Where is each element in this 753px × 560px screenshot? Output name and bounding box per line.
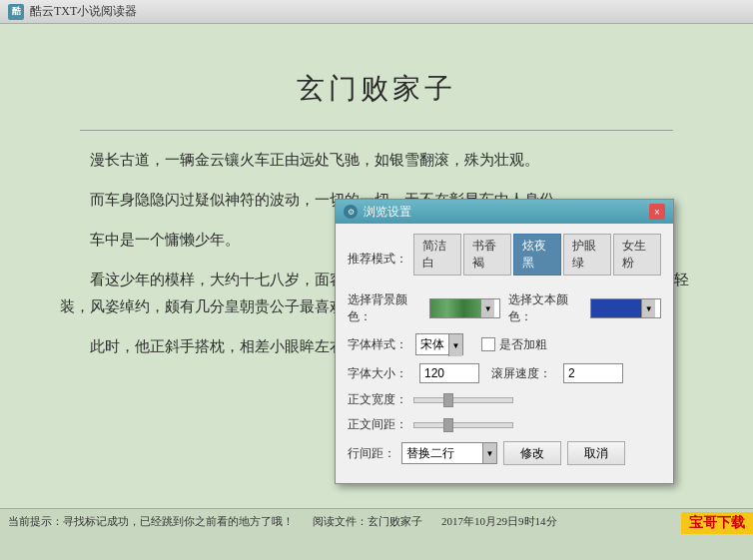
text-color-label: 选择文本颜色：	[508, 291, 582, 325]
font-size-label: 字体大小：	[348, 365, 407, 382]
line-spacing-label: 行间距：	[348, 445, 395, 462]
bg-color-dropdown[interactable]: ▼	[429, 298, 500, 318]
line-spacing-select[interactable]: 替换二行 ▼	[401, 442, 497, 464]
bold-checkbox-group: 是否加粗	[481, 336, 547, 353]
content-width-row: 正文宽度：	[348, 391, 661, 408]
bold-checkbox[interactable]	[481, 337, 495, 351]
font-style-label: 字体样式：	[348, 336, 407, 353]
line-spacing-row: 行间距： 替换二行 ▼ 修改 取消	[348, 441, 661, 465]
book-title: 玄门败家子	[60, 64, 693, 114]
font-select-text: 宋体	[416, 334, 448, 354]
bold-label: 是否加粗	[499, 336, 547, 353]
app-icon: 酷	[8, 4, 24, 20]
text-color-arrow[interactable]: ▼	[641, 299, 655, 317]
font-size-input[interactable]: 120	[419, 363, 479, 383]
dialog-close-button[interactable]: ×	[649, 204, 665, 220]
font-size-value: 120	[424, 366, 444, 380]
spacing-slider[interactable]	[413, 422, 513, 428]
bottom-status-bar: 当前提示： 寻找标记成功，已经跳到你之前看的地方了哦！ 阅读文件： 玄门败家子 …	[0, 508, 753, 534]
mode-tab-0[interactable]: 简洁白	[413, 234, 461, 276]
dialog-body: 推荐模式： 简洁白 书香褐 炫夜黑 护眼绿 女生粉 选择背景颜色： ▼ 选择文本…	[336, 224, 673, 483]
paragraph-1: 漫长古道，一辆金云镶火车正由远处飞驰，如银雪翻滚，殊为壮观。	[60, 147, 693, 175]
reader-area: 玄门败家子 漫长古道，一辆金云镶火车正由远处飞驰，如银雪翻滚，殊为壮观。 而车身…	[0, 24, 753, 534]
reading-text: 玄门败家子	[368, 514, 422, 529]
cancel-button[interactable]: 取消	[567, 441, 625, 465]
reading-label: 阅读文件：	[313, 514, 368, 529]
line-spacing-arrow[interactable]: ▼	[482, 443, 496, 463]
scroll-speed-input[interactable]: 2	[563, 363, 623, 383]
title-separator	[80, 130, 673, 131]
title-bar: 酷 酷云TXT小说阅读器	[0, 0, 753, 24]
width-label: 正文宽度：	[348, 391, 407, 408]
scroll-speed-value: 2	[568, 366, 575, 380]
recommended-label: 推荐模式：	[348, 251, 407, 268]
hint-label: 当前提示：	[8, 514, 63, 529]
dialog-icon: ⚙	[344, 205, 358, 219]
mode-tabs: 简洁白 书香褐 炫夜黑 护眼绿 女生粉	[413, 234, 661, 276]
color-select-row: 选择背景颜色： ▼ 选择文本颜色： ▼	[348, 291, 661, 325]
mode-tab-4[interactable]: 女生粉	[613, 234, 661, 276]
font-select-wrapper[interactable]: 宋体 ▼	[415, 333, 463, 355]
content-spacing-row: 正文间距：	[348, 416, 661, 433]
datetime: 2017年10月29日9时14分	[441, 514, 557, 529]
status-divider-1	[298, 514, 309, 529]
app-title: 酷云TXT小说阅读器	[30, 3, 137, 20]
font-style-row: 字体样式： 宋体 ▼ 是否加粗	[348, 333, 661, 355]
mode-tab-3[interactable]: 护眼绿	[563, 234, 611, 276]
spacing-slider-thumb	[443, 418, 453, 432]
modify-button[interactable]: 修改	[503, 441, 561, 465]
status-divider-2	[426, 514, 437, 529]
mode-tab-1[interactable]: 书香褐	[463, 234, 511, 276]
width-slider[interactable]	[413, 397, 513, 403]
text-color-dropdown[interactable]: ▼	[590, 298, 661, 318]
bg-color-arrow[interactable]: ▼	[480, 299, 494, 317]
dialog-titlebar: ⚙ 浏览设置 ×	[336, 200, 673, 224]
scroll-speed-label: 滚屏速度：	[491, 365, 551, 382]
spacing-label: 正文间距：	[348, 416, 407, 433]
bg-color-label: 选择背景颜色：	[348, 291, 421, 325]
hint-text: 寻找标记成功，已经跳到你之前看的地方了哦！	[63, 514, 294, 529]
settings-dialog: ⚙ 浏览设置 × 推荐模式： 简洁白 书香褐 炫夜黑 护眼绿 女生粉 选择背景颜…	[335, 199, 674, 484]
font-size-row: 字体大小： 120 滚屏速度： 2	[348, 363, 661, 383]
bg-color-swatch	[430, 299, 480, 317]
mode-tab-2[interactable]: 炫夜黑	[513, 234, 561, 276]
width-slider-thumb	[443, 393, 453, 407]
text-color-swatch	[591, 299, 641, 317]
dialog-title: 浏览设置	[364, 204, 643, 221]
watermark: 宝哥下载	[681, 512, 753, 534]
font-select-arrow[interactable]: ▼	[448, 334, 462, 356]
mode-row: 推荐模式： 简洁白 书香褐 炫夜黑 护眼绿 女生粉	[348, 234, 661, 283]
line-spacing-value: 替换二行	[402, 443, 482, 463]
